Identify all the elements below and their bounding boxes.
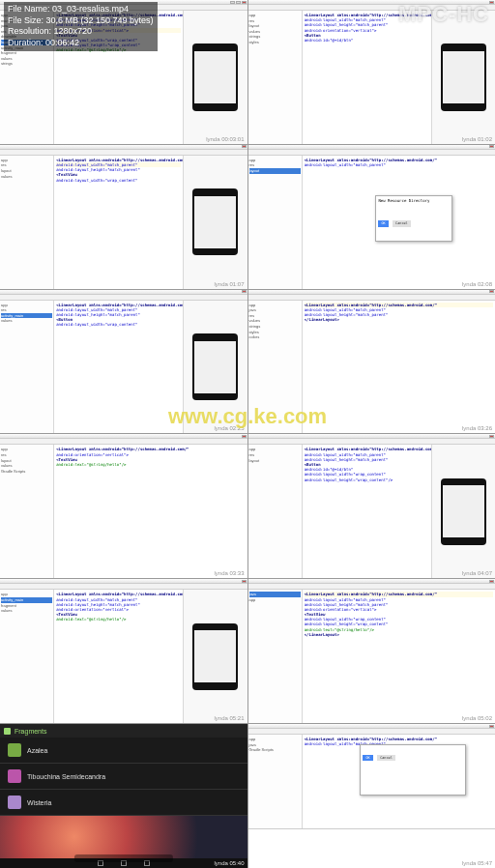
close-button[interactable] bbox=[242, 580, 247, 583]
flower-thumb-icon bbox=[8, 796, 21, 809]
close-button[interactable] bbox=[489, 435, 494, 438]
minimize-button[interactable] bbox=[230, 1, 235, 4]
thumbnail[interactable]: app activity_main fragment values <Linea… bbox=[0, 579, 248, 723]
home-icon[interactable] bbox=[121, 860, 127, 866]
tablet-device-icon bbox=[192, 188, 238, 255]
close-button[interactable] bbox=[489, 290, 494, 293]
close-button[interactable] bbox=[489, 145, 494, 148]
media-info-overlay: File Name: 03_03-resalias.mp4 File Size:… bbox=[4, 2, 158, 51]
project-tree[interactable]: app res layout values Gradle Scripts bbox=[0, 445, 54, 578]
list-item[interactable]: Tibouchina Semidecandra bbox=[0, 764, 248, 790]
thumbnail[interactable]: app res activity_main values <LinearLayo… bbox=[0, 290, 248, 434]
layout-preview bbox=[431, 445, 495, 578]
dialog-cancel-button[interactable]: Cancel bbox=[377, 755, 395, 762]
dialog-ok-button[interactable]: OK bbox=[363, 755, 372, 762]
app-logo-icon bbox=[4, 728, 11, 735]
phone-screen: Fragments Azalea Tibouchina Semidecandra… bbox=[0, 724, 248, 816]
lynda-watermark: lynda 01:02 bbox=[462, 136, 492, 142]
thumbnail[interactable]: java app <LinearLayout xmlns:android="ht… bbox=[248, 579, 496, 723]
layout-preview bbox=[183, 11, 247, 144]
tablet-device-icon bbox=[192, 623, 238, 690]
thumbnail-grid: app manifests java res drawable layout a… bbox=[0, 0, 495, 868]
project-tree[interactable]: app res layout values strings styles bbox=[248, 11, 303, 144]
project-tree[interactable]: app res layout values bbox=[0, 156, 54, 289]
close-button[interactable] bbox=[489, 725, 494, 728]
lynda-watermark: lynda 03:26 bbox=[462, 425, 492, 431]
code-editor[interactable]: <LinearLayout xmlns:android="http://sche… bbox=[54, 156, 183, 289]
layout-preview bbox=[431, 11, 495, 144]
app-header: Fragments bbox=[0, 724, 248, 738]
console-panel[interactable] bbox=[248, 828, 496, 868]
list-item[interactable]: Wisteria bbox=[0, 790, 248, 816]
close-button[interactable] bbox=[242, 1, 247, 4]
maximize-button[interactable] bbox=[236, 1, 241, 4]
thumbnail-android-app[interactable]: Fragments Azalea Tibouchina Semidecandra… bbox=[0, 724, 248, 868]
project-tree[interactable]: app java Gradle Scripts bbox=[248, 735, 303, 827]
lynda-watermark: lynda 03:33 bbox=[214, 570, 244, 576]
nav-bar bbox=[0, 858, 248, 868]
project-tree[interactable]: app java res values strings styles color… bbox=[248, 301, 303, 434]
recent-icon[interactable] bbox=[144, 860, 150, 866]
code-editor[interactable]: <LinearLayout xmlns:android="http://sche… bbox=[303, 11, 431, 144]
layout-preview bbox=[183, 590, 247, 723]
lynda-watermark: lynda 00:03:01 bbox=[206, 136, 244, 142]
code-editor[interactable]: <LinearLayout xmlns:android="http://sche… bbox=[54, 301, 183, 434]
close-button[interactable] bbox=[489, 1, 494, 4]
lynda-watermark: lynda 01:07 bbox=[214, 281, 244, 287]
project-tree[interactable]: app res activity_main values bbox=[0, 301, 54, 434]
lynda-watermark: lynda 04:07 bbox=[462, 570, 492, 576]
code-editor[interactable]: <LinearLayout xmlns:android="http://sche… bbox=[303, 301, 495, 434]
code-editor[interactable]: <LinearLayout xmlns:android="http://sche… bbox=[303, 156, 495, 289]
close-button[interactable] bbox=[242, 435, 247, 438]
tablet-homescreen bbox=[0, 816, 248, 868]
dialog-cancel-button[interactable]: Cancel bbox=[393, 220, 411, 227]
close-button[interactable] bbox=[242, 145, 247, 148]
project-tree[interactable]: app res layout bbox=[248, 156, 303, 289]
lynda-watermark: lynda 02:08 bbox=[462, 281, 492, 287]
dialog-title: New Resource Directory bbox=[378, 198, 450, 203]
tablet-device-icon bbox=[441, 43, 486, 110]
thumbnail[interactable]: app res layout <LinearLayout xmlns:andro… bbox=[248, 145, 496, 289]
project-tree[interactable]: app activity_main fragment values bbox=[0, 590, 54, 723]
tablet-device-icon bbox=[441, 478, 486, 545]
thumbnail[interactable]: app res layout <LinearLayout xmlns:andro… bbox=[248, 434, 496, 578]
flower-thumb-icon bbox=[8, 743, 21, 757]
code-editor[interactable]: <LinearLayout xmlns:android="http://sche… bbox=[303, 735, 495, 827]
close-button[interactable] bbox=[242, 290, 247, 293]
lynda-watermark: lynda 05:21 bbox=[214, 715, 244, 721]
flower-thumb-icon bbox=[8, 769, 21, 783]
lynda-watermark: lynda 05:47 bbox=[462, 860, 492, 866]
thumbnail[interactable]: app res layout values <LinearLayout xmln… bbox=[0, 145, 248, 289]
code-editor[interactable]: <LinearLayout xmlns:android="http://sche… bbox=[54, 445, 247, 578]
thumbnail[interactable]: app res layout values Gradle Scripts <Li… bbox=[0, 434, 248, 578]
code-editor[interactable]: <LinearLayout xmlns:android="http://sche… bbox=[54, 590, 183, 723]
settings-dialog: OK Cancel bbox=[360, 744, 466, 796]
code-editor[interactable]: <LinearLayout xmlns:android="http://sche… bbox=[303, 445, 431, 578]
tablet-device-icon bbox=[192, 43, 238, 110]
project-tree[interactable]: java app bbox=[248, 590, 303, 723]
thumbnail[interactable]: app java Gradle Scripts <LinearLayout xm… bbox=[248, 724, 496, 868]
tablet-device-icon bbox=[192, 333, 238, 400]
layout-preview bbox=[183, 301, 247, 434]
layout-preview bbox=[183, 156, 247, 289]
close-button[interactable] bbox=[489, 580, 494, 583]
dialog-ok-button[interactable]: OK bbox=[378, 220, 388, 227]
new-resource-dialog: New Resource Directory OK Cancel bbox=[375, 195, 452, 242]
back-icon[interactable] bbox=[98, 860, 103, 866]
player-logo: MPC-HC bbox=[398, 2, 489, 27]
project-tree[interactable]: app res layout bbox=[248, 445, 303, 578]
list-item[interactable]: Azalea bbox=[0, 738, 248, 764]
lynda-watermark: lynda 02:25 bbox=[214, 425, 244, 431]
code-editor[interactable]: <LinearLayout xmlns:android="http://sche… bbox=[303, 590, 495, 723]
thumbnail[interactable]: app java res values strings styles color… bbox=[248, 290, 496, 434]
lynda-watermark: lynda 05:02 bbox=[462, 715, 492, 721]
lynda-watermark: lynda 05:40 bbox=[214, 860, 244, 866]
